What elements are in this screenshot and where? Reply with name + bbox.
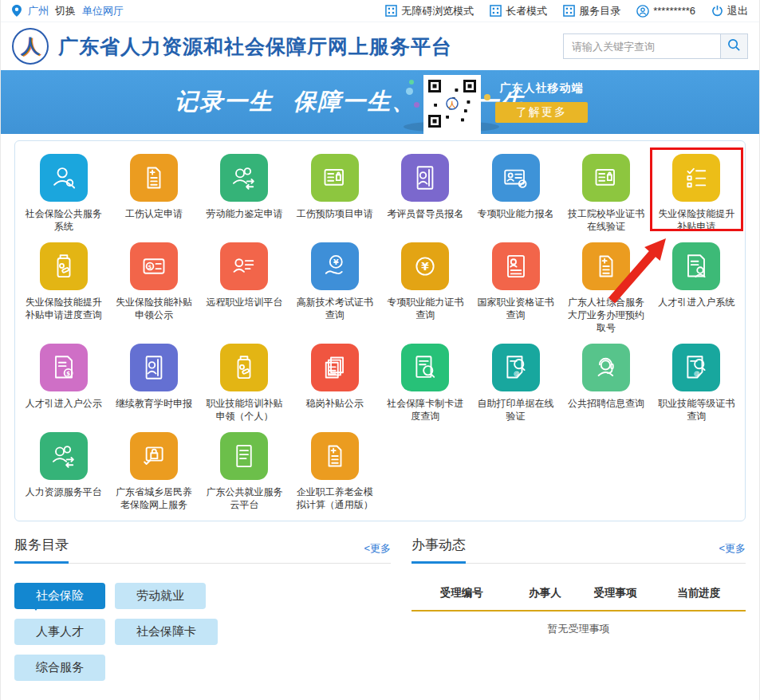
service-item[interactable]: @自助打印单据在线验证 xyxy=(471,340,561,423)
card-badge-icon xyxy=(311,154,359,202)
activity-column-header: 当前进度 xyxy=(652,586,746,600)
service-item-label: 考评员督导员报名 xyxy=(384,207,467,220)
doc-search-icon xyxy=(401,344,449,391)
person-frame-icon xyxy=(401,154,449,202)
service-item[interactable]: 公共招聘信息查询 xyxy=(561,340,651,423)
gov-logo: 人 xyxy=(12,28,49,65)
svg-text:S: S xyxy=(148,264,152,269)
catalog-tab-劳动就业[interactable]: 劳动就业 xyxy=(115,583,206,609)
service-item[interactable]: 人力资源服务平台 xyxy=(18,429,108,511)
service-item[interactable]: 企业职工养老金模拟计算（通用版） xyxy=(289,429,380,511)
person-frame-icon xyxy=(130,344,178,391)
service-item[interactable]: 人才引进入户系统 xyxy=(652,239,742,334)
person-search-icon xyxy=(40,154,88,202)
elder-mode-button[interactable]: 长者模式 xyxy=(490,4,547,18)
logout-label: 退出 xyxy=(727,4,748,18)
service-item-label: 国家职业资格证书查询 xyxy=(475,296,557,321)
search-button[interactable] xyxy=(720,34,747,58)
service-item[interactable]: 考评员督导员报名 xyxy=(380,151,471,233)
service-item-label: 工伤认定申请 xyxy=(112,207,195,220)
svg-text:@: @ xyxy=(694,370,700,377)
catalog-tabs: 社会保险劳动就业人事人才社会保障卡综合服务 xyxy=(14,583,301,690)
service-item[interactable]: 专项职业能力报名 xyxy=(471,151,561,233)
service-item-label: 失业保险技能补贴申领公示 xyxy=(112,296,195,321)
service-item[interactable]: 失业保险技能提升补贴申请 xyxy=(652,151,742,233)
doc-icon xyxy=(220,432,268,480)
account-masked-name: *********6 xyxy=(653,5,695,17)
checklist-icon xyxy=(672,154,720,202)
service-item-label: 公共招聘信息查询 xyxy=(565,397,647,410)
service-item[interactable]: 社会保障卡制卡进度查询 xyxy=(380,340,471,423)
service-item[interactable]: 国家职业资格证书查询 xyxy=(471,239,561,334)
deco-dot xyxy=(409,80,414,85)
service-item[interactable]: 稳岗补贴公示 xyxy=(289,340,380,423)
service-item[interactable]: S失业保险技能补贴申领公示 xyxy=(108,239,199,334)
service-item[interactable]: ¥高新技术考试证书查询 xyxy=(289,239,380,334)
catalog-tab-综合服务[interactable]: 综合服务 xyxy=(14,655,105,681)
service-item[interactable]: 工伤认定申请 xyxy=(108,151,199,233)
search-box xyxy=(563,33,748,59)
switch-city-link[interactable]: 切换 xyxy=(55,4,76,18)
activity-column-header: 办事人 xyxy=(512,586,579,600)
service-item[interactable]: 广东省城乡居民养老保险网上服务 xyxy=(108,429,199,511)
doc-search-at-icon: @ xyxy=(492,344,540,391)
clipboard-person-icon xyxy=(492,242,540,290)
activity-empty-message: 暂无受理事项 xyxy=(412,622,746,636)
service-item[interactable]: 社会保险公共服务系统 xyxy=(18,151,108,233)
service-item[interactable]: 远程职业培训平台 xyxy=(199,239,289,334)
service-person-icon xyxy=(582,344,630,391)
service-item-label: 职业技能等级证书查询 xyxy=(656,397,738,423)
service-item[interactable]: 失业保险技能提升补贴申请进度查询 xyxy=(18,239,108,334)
service-item[interactable]: @职业技能等级证书查询 xyxy=(652,340,742,423)
service-catalog-section: 服务目录 <更多 社会保险劳动就业人事人才社会保障卡综合服务 公共业务养老保险失… xyxy=(14,536,391,700)
service-item[interactable]: ¥专项职业能力证书查询 xyxy=(380,239,471,334)
service-item[interactable]: 工伤预防项目申请 xyxy=(289,151,380,233)
deco-dot xyxy=(484,94,490,100)
service-item-label: 广东人社综合服务大厅业务办理预约取号 xyxy=(565,296,647,334)
mobile-app-label: 广东人社移动端 xyxy=(495,81,588,96)
docs-stack-icon xyxy=(311,344,359,391)
activity-section: 办事动态 <更多 受理编号办事人受理事项当前进度 暂无受理事项 xyxy=(412,536,746,700)
section-title-activity: 办事动态 xyxy=(412,536,466,564)
service-item[interactable]: 技工院校毕业证书在线验证 xyxy=(561,151,651,233)
catalog-tab-人事人才[interactable]: 人事人才 xyxy=(14,619,105,645)
service-catalog-more-link[interactable]: <更多 xyxy=(364,541,391,563)
location-pin-icon xyxy=(12,5,22,17)
service-item-label: 人才引进入户公示 xyxy=(22,397,104,410)
deco-dot xyxy=(406,88,413,95)
current-city: 广州 xyxy=(28,4,49,18)
logout-button[interactable]: 退出 xyxy=(711,4,748,18)
yen-circle-icon: ¥ xyxy=(401,242,449,290)
accessibility-mode-button[interactable]: 无障碍浏览模式 xyxy=(385,4,474,18)
service-item[interactable]: 职业技能培训补贴申领（个人） xyxy=(199,340,289,423)
service-item[interactable]: 继续教育学时申报 xyxy=(108,340,199,423)
doc-plus-icon xyxy=(311,432,359,480)
account-menu[interactable]: *********6 xyxy=(636,5,695,18)
catalog-tab-社会保障卡[interactable]: 社会保障卡 xyxy=(115,619,218,645)
doc-plus-icon xyxy=(582,242,630,290)
service-item[interactable]: 劳动能力鉴定申请 xyxy=(199,151,289,233)
service-item-label: 广东公共就业服务云平台 xyxy=(203,486,285,511)
service-item[interactable]: 广东人社综合服务大厅业务办理预约取号 xyxy=(561,239,651,334)
search-input[interactable] xyxy=(564,34,720,58)
service-item-label: 专项职业能力证书查询 xyxy=(384,296,467,321)
doc-dollar-icon: $ xyxy=(40,344,88,391)
service-catalog-button[interactable]: 服务目录 xyxy=(563,4,620,18)
learn-more-button[interactable]: 了解更多 xyxy=(495,102,588,123)
service-item-label: 高新技术考试证书查询 xyxy=(293,296,376,321)
activity-table-header: 受理编号办事人受理事项当前进度 xyxy=(412,586,746,600)
site-header: 人 广东省人力资源和社会保障厅网上服务平台 xyxy=(1,22,759,70)
activity-column-header: 受理编号 xyxy=(412,586,512,600)
service-item-label: 社会保险公共服务系统 xyxy=(22,207,104,233)
activity-more-link[interactable]: <更多 xyxy=(719,541,746,563)
card-lock-icon xyxy=(130,432,178,480)
unit-portal-link[interactable]: 单位网厅 xyxy=(82,4,124,18)
catalog-tab-社会保险[interactable]: 社会保险 xyxy=(14,583,105,609)
service-item-label: 工伤预防项目申请 xyxy=(293,207,376,220)
service-item[interactable]: 广东公共就业服务云平台 xyxy=(199,429,289,511)
service-item[interactable]: $人才引进入户公示 xyxy=(18,340,108,423)
doc-plus-icon xyxy=(130,154,178,202)
id-card-icon xyxy=(492,154,540,202)
service-item-label: 失业保险技能提升补贴申请进度查询 xyxy=(22,296,104,321)
service-item-label: 职业技能培训补贴申领（个人） xyxy=(203,397,285,423)
